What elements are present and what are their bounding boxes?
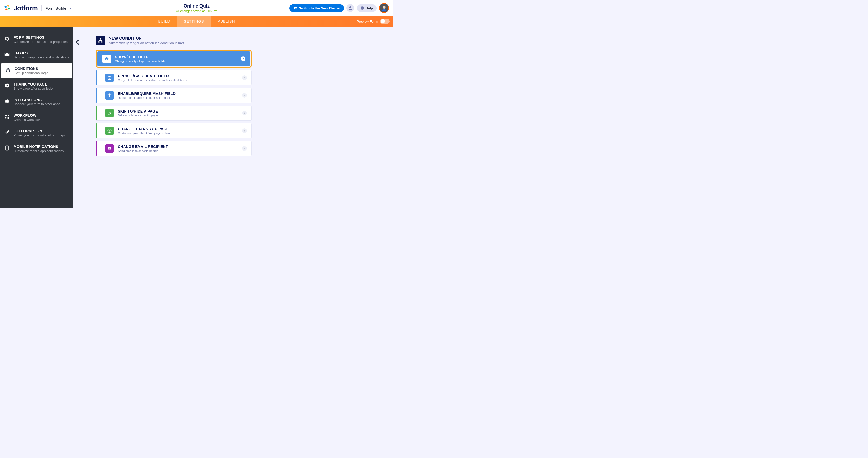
svg-point-26 — [109, 78, 110, 78]
sidebar-item-jotform-sign[interactable]: JOTFORM SIGN Power your forms with Jotfo… — [0, 125, 73, 141]
sidebar-item-workflow[interactable]: WORKFLOW Create a workflow — [0, 110, 73, 125]
svg-text:?: ? — [362, 7, 363, 10]
condition-skip-hide-page[interactable]: SKIP TO/HIDE A PAGE Skip to or hide a sp… — [96, 105, 252, 121]
chevron-right-icon — [242, 75, 247, 80]
switch-theme-button[interactable]: Switch to the New Theme — [289, 4, 344, 12]
svg-point-27 — [110, 78, 111, 78]
highlight-wrap: SHOW/HIDE FIELD Change visibility of spe… — [96, 50, 252, 68]
sidebar-item-title: FORM SETTINGS — [13, 35, 69, 39]
sidebar-item-integrations[interactable]: INTEGRATIONS Connect your form to other … — [0, 94, 73, 110]
check-icon — [105, 127, 114, 135]
svg-point-22 — [106, 59, 107, 59]
accent-bar — [96, 70, 97, 85]
tab-build[interactable]: BUILD — [151, 16, 177, 27]
condition-change-thankyou[interactable]: CHANGE THANK YOU PAGE Customize your Tha… — [96, 123, 252, 138]
form-builder-dropdown[interactable]: Form Builder ▼ — [45, 6, 72, 10]
sidebar-item-mobile-notifications[interactable]: MOBILE NOTIFICATIONS Customize mobile ap… — [0, 141, 73, 157]
card-title: ENABLE/REQUIRE/MASK FIELD — [118, 92, 238, 96]
card-sub: Copy a field's value or perform complex … — [118, 78, 238, 81]
switch-icon — [293, 6, 297, 10]
sidebar-item-sub: Power your forms with Jotform Sign — [13, 134, 69, 137]
form-title[interactable]: Online Quiz — [176, 3, 217, 9]
accent-bar — [96, 124, 97, 138]
card-sub: Skip to or hide a specific page — [118, 114, 238, 117]
preview-form-label: Preview Form — [357, 20, 378, 23]
skip-icon — [105, 109, 114, 117]
sidebar-item-title: CONDITIONS — [14, 67, 68, 71]
condition-enable-require-mask[interactable]: ENABLE/REQUIRE/MASK FIELD Require or dis… — [96, 88, 252, 103]
svg-point-29 — [109, 78, 110, 79]
svg-rect-3 — [8, 7, 10, 10]
svg-rect-14 — [7, 117, 9, 119]
logo[interactable]: Jotform — [4, 4, 38, 12]
card-title: CHANGE THANK YOU PAGE — [118, 127, 238, 131]
sidebar-item-sub: Customize mobile app notifications — [13, 149, 69, 153]
svg-rect-20 — [98, 41, 100, 42]
panel-title: NEW CONDITION — [109, 36, 184, 40]
form-builder-label: Form Builder — [45, 6, 68, 10]
envelope-icon — [105, 144, 114, 153]
svg-rect-13 — [5, 115, 7, 117]
chevron-right-icon — [242, 111, 247, 116]
card-title: UPDATE/CALCULATE FIELD — [118, 74, 238, 78]
panel-header: NEW CONDITION Automatically trigger an a… — [96, 36, 385, 45]
svg-rect-2 — [5, 8, 7, 10]
svg-rect-0 — [4, 6, 6, 8]
sidebar-item-title: JOTFORM SIGN — [13, 129, 69, 133]
chevron-right-icon — [242, 128, 247, 133]
tab-publish[interactable]: PUBLISH — [211, 16, 242, 27]
user-icon-button[interactable] — [346, 4, 354, 12]
avatar-icon — [380, 4, 388, 12]
avatar[interactable] — [379, 3, 389, 13]
svg-point-12 — [5, 84, 9, 88]
sidebar-item-conditions[interactable]: CONDITIONS Set up conditional logic — [1, 63, 72, 78]
svg-point-28 — [109, 78, 109, 79]
svg-rect-10 — [6, 71, 7, 72]
sidebar-item-emails[interactable]: EMAILS Send autoresponders and notificat… — [0, 47, 73, 63]
sidebar-item-title: MOBILE NOTIFICATIONS — [13, 144, 69, 149]
chevron-right-icon — [242, 93, 247, 98]
condition-change-email[interactable]: CHANGE EMAIL RECIPIENT Send emails to sp… — [96, 141, 252, 156]
sidebar-item-sub: Send autoresponders and notifications — [13, 56, 69, 59]
card-title: SKIP TO/HIDE A PAGE — [118, 109, 238, 113]
tabs: BUILD SETTINGS PUBLISH — [151, 16, 242, 27]
sidebar-item-sub: Set up conditional logic — [14, 71, 68, 75]
sidebar-item-sub: Show page after submission — [13, 87, 69, 91]
asterisk-icon — [105, 91, 114, 100]
header-right: Switch to the New Theme ? Help — [289, 3, 389, 13]
card-title: CHANGE EMAIL RECIPIENT — [118, 144, 238, 149]
svg-rect-9 — [7, 68, 9, 69]
svg-point-15 — [8, 115, 9, 116]
sidebar-item-title: THANK YOU PAGE — [13, 82, 69, 86]
svg-point-30 — [110, 78, 111, 79]
toggle-knob — [381, 19, 385, 23]
sidebar-item-thank-you[interactable]: THANK YOU PAGE Show page after submissio… — [0, 78, 73, 94]
panel-sub: Automatically trigger an action if a con… — [109, 41, 184, 45]
tab-settings[interactable]: SETTINGS — [177, 16, 211, 27]
mobile-icon — [4, 145, 10, 151]
check-circle-icon — [4, 83, 10, 88]
condition-show-hide[interactable]: SHOW/HIDE FIELD Change visibility of spe… — [97, 52, 250, 66]
conditions-icon — [5, 67, 11, 73]
preview-form-toggle[interactable] — [380, 19, 390, 24]
card-sub: Change visibility of specific form field… — [115, 60, 237, 63]
puzzle-icon — [4, 98, 10, 104]
sidebar-item-sub: Create a workflow — [13, 118, 69, 122]
sidebar-item-form-settings[interactable]: FORM SETTINGS Customize form status and … — [0, 32, 73, 47]
card-title: SHOW/HIDE FIELD — [115, 55, 237, 59]
card-sub: Send emails to specific people — [118, 149, 238, 152]
svg-rect-11 — [9, 71, 10, 72]
workflow-icon — [4, 114, 10, 120]
condition-list: SHOW/HIDE FIELD Change visibility of spe… — [96, 50, 252, 156]
calculator-icon — [105, 73, 114, 82]
help-button[interactable]: ? Help — [357, 4, 376, 12]
svg-rect-1 — [7, 5, 9, 7]
svg-rect-21 — [101, 41, 102, 42]
logo-text: Jotform — [13, 4, 38, 12]
gear-icon — [4, 36, 10, 41]
help-icon: ? — [361, 6, 364, 10]
logo-icon — [4, 4, 11, 12]
accent-bar — [96, 106, 97, 120]
back-button[interactable] — [74, 39, 82, 46]
condition-update-calculate[interactable]: UPDATE/CALCULATE FIELD Copy a field's va… — [96, 70, 252, 85]
